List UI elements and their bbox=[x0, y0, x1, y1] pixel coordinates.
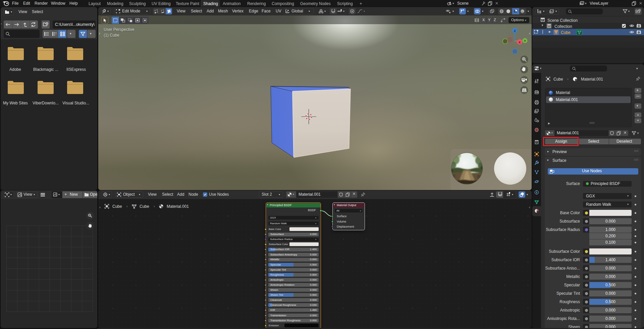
svg-text:X: X bbox=[519, 41, 521, 44]
svg-text:Y: Y bbox=[524, 39, 526, 43]
svg-text:Z: Z bbox=[514, 29, 516, 33]
